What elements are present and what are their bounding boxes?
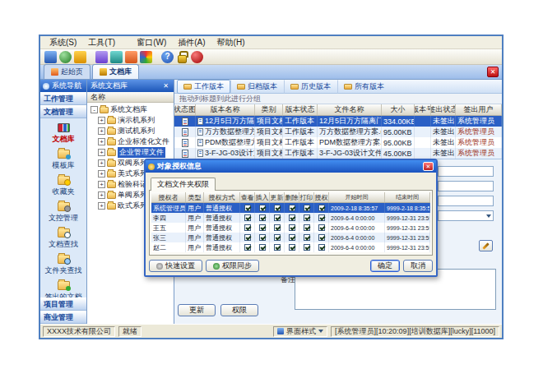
insert-checkbox[interactable] [259,205,266,211]
print-checkbox[interactable] [304,244,310,251]
update-checkbox[interactable] [274,244,281,251]
window-icon[interactable] [95,51,108,63]
delete-checkbox[interactable] [289,244,295,251]
nav-item[interactable]: 文控管理 [40,201,86,225]
version-tab[interactable]: 历史版本 [284,80,337,94]
column-header-grantee[interactable]: 授权者 [151,192,186,202]
grant-checkbox[interactable] [318,214,325,221]
version-tab[interactable]: 工作版本 [177,80,230,94]
tree-expander[interactable]: + [98,191,105,199]
ok-button[interactable]: 确定 [370,260,400,272]
update-checkbox[interactable] [274,214,281,221]
close-icon[interactable] [161,82,170,90]
document-row[interactable]: 3-F-JG-03设计文件与 项目文档 工作版本 3-F-JG-03设计文件与归… [174,148,502,159]
detail-combo[interactable] [438,210,494,221]
menu-item[interactable]: 工具(T) [82,36,121,49]
nav-panel-business-management[interactable]: 商业管理 [40,311,86,324]
permission-row[interactable]: 李四 用户 普通授权 2009-6-4 0:00:00 9999-12-31 2… [151,213,430,223]
permission-row[interactable]: 系统管理员 用户 普通授权 2009-2-18 8:35:57 9999-2-1… [151,203,430,213]
tree-expander[interactable]: + [98,159,105,167]
tree-expander[interactable]: + [98,149,105,156]
grant-checkbox[interactable] [318,205,325,211]
menu-item[interactable]: 帮助(H) [211,36,251,49]
menu-item[interactable]: 系统(S) [44,36,82,49]
insert-checkbox[interactable] [259,234,266,241]
permission-button[interactable]: 权限 [220,304,258,316]
nav-item[interactable]: 模板库 [40,148,86,173]
update-checkbox[interactable] [274,234,281,241]
tree-expander[interactable]: + [98,127,105,135]
grid-icon[interactable] [110,51,123,63]
home-icon[interactable] [59,51,72,63]
detail-field[interactable] [438,181,494,191]
document-row[interactable]: 万方数据整理方案 项目文档 工作版本 万方数据整理方案.doc 95.00KB … [174,127,502,137]
help-icon[interactable] [161,51,174,63]
tree-expander[interactable]: + [98,181,105,188]
update-checkbox[interactable] [274,205,281,211]
column-header-version-number[interactable]: 版本号 [415,104,431,115]
nav-panel-project-management[interactable]: 项目管理 [40,297,86,311]
column-header-end-time[interactable]: 结束时间 [385,192,430,202]
cancel-button[interactable]: 取消 [403,260,433,272]
delete-checkbox[interactable] [289,234,295,241]
update-checkbox[interactable] [274,224,281,231]
quick-setup-button[interactable]: 快速设置 [149,260,202,272]
perm-sync-button[interactable]: 权限同步 [206,260,259,272]
nav-item[interactable]: 文件夹查找 [40,253,86,278]
tree-node[interactable]: - 系统文档库 [87,104,174,115]
column-header-checkout-user[interactable]: 签出用户 [456,104,502,115]
tree-expander[interactable]: + [98,202,105,210]
view-checkbox[interactable] [244,234,251,241]
column-header-category[interactable]: 类别 [255,104,283,115]
column-header-version-name[interactable]: 版本名称 [196,104,255,115]
view-checkbox[interactable] [244,205,251,211]
lock-icon[interactable] [176,51,188,63]
tree-node[interactable]: + 企业标准化文件 [87,136,174,147]
permission-row[interactable]: 赵二 用户 普通授权 2009-6-4 0:00:00 9999-12-31 2… [151,242,430,252]
grant-checkbox[interactable] [318,224,325,231]
nav-panel-document-management[interactable]: 文档管理 [40,105,86,118]
column-header-print[interactable]: 打印 [299,192,314,202]
close-icon[interactable] [423,162,434,171]
column-header-version-status[interactable]: 版本状态 [283,104,318,115]
edit-button[interactable] [479,240,493,251]
group-by-bar[interactable]: 拖动列标题到此进行分组 [174,94,502,104]
column-header-status-icon[interactable]: 状态图 [174,104,196,115]
dialog-title-bar[interactable]: 对象授权信息 [146,160,436,173]
column-header-file-name[interactable]: 文件名称 [318,104,382,115]
delete-checkbox[interactable] [289,224,295,231]
column-header-start-time[interactable]: 开始时间 [329,192,385,202]
delete-checkbox[interactable] [289,205,295,211]
column-header-checkout-status[interactable]: 签出状态 [431,104,456,115]
power-icon[interactable] [191,51,203,63]
nav-panel-work-management[interactable]: 工作管理 [40,92,86,105]
print-checkbox[interactable] [304,205,310,211]
tree-expander[interactable]: + [98,138,105,145]
permission-row[interactable]: 王五 用户 普通授权 2009-6-4 0:00:00 9999-12-31 2… [151,223,430,233]
tree-node[interactable]: + 企业管理文件 [87,147,174,158]
column-header-insert[interactable]: 插入 [255,192,270,202]
ui-style-selector[interactable]: 界面样式 [273,326,327,337]
column-header-update[interactable]: 更新 [270,192,285,202]
chart-icon[interactable] [125,51,137,63]
nav-item[interactable]: 收藏夹 [40,174,86,199]
document-row[interactable]: PDM数据整理方案.d 项目文档 工作版本 PDM数据整理方案.doc 95.0… [174,137,502,148]
nav-item[interactable]: 文档库 [40,122,86,146]
tree-node[interactable]: + 演示机系列 [87,115,174,126]
grant-checkbox[interactable] [318,234,325,241]
version-tab[interactable]: 所有版本 [337,80,391,94]
column-header-delete[interactable]: 删除 [285,192,299,202]
menu-item[interactable]: 插件(A) [172,36,211,49]
print-checkbox[interactable] [304,224,310,231]
detail-field[interactable] [438,196,494,206]
grant-checkbox[interactable] [318,244,325,251]
column-header-auth-mode[interactable]: 授权方式 [204,192,240,202]
tree-expander[interactable]: + [98,117,105,124]
document-tab[interactable]: 起始页 [44,64,90,79]
permission-row[interactable]: 张三 用户 普通授权 2009-6-4 0:00:00 9999-12-31 2… [151,233,430,242]
view-checkbox[interactable] [244,244,251,251]
explorer-icon[interactable] [74,51,86,63]
detail-field[interactable] [438,166,494,177]
app-icon[interactable] [44,51,57,63]
update-button[interactable]: 更新 [178,304,216,316]
